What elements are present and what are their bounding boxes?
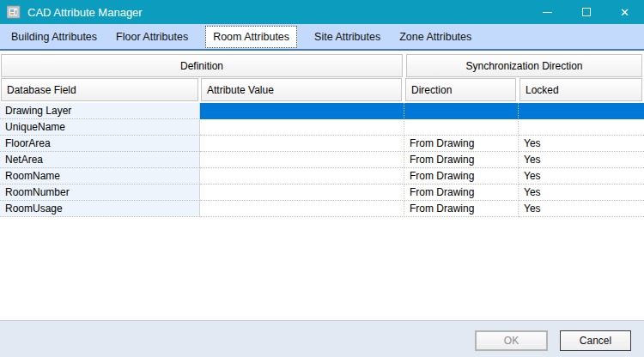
column-header-direction[interactable]: Direction xyxy=(405,78,516,101)
cell-attribute-value[interactable] xyxy=(200,136,404,152)
cell-direction[interactable]: From Drawing xyxy=(404,136,519,152)
cell-database-field[interactable]: NetArea xyxy=(0,152,200,168)
maximize-icon xyxy=(582,8,591,16)
column-header-database-field[interactable]: Database Field xyxy=(1,78,198,101)
cell-attribute-value[interactable] xyxy=(200,103,404,119)
window-title: CAD Attribute Manager xyxy=(27,6,143,19)
table-row-roomname: RoomName From Drawing Yes xyxy=(0,168,644,185)
cell-locked[interactable]: Yes xyxy=(519,201,644,217)
table-row-netarea: NetArea From Drawing Yes xyxy=(0,152,644,168)
column-header-attribute-value[interactable]: Attribute Value xyxy=(201,78,402,101)
cell-database-field[interactable]: UniqueName xyxy=(0,119,200,136)
cell-direction[interactable]: From Drawing xyxy=(404,152,519,168)
cell-locked[interactable]: Yes xyxy=(519,136,644,152)
cell-locked[interactable]: Yes xyxy=(519,185,644,201)
table-row-uniquename: UniqueName xyxy=(0,119,644,136)
cell-direction[interactable]: From Drawing xyxy=(404,201,519,217)
cell-locked[interactable]: Yes xyxy=(519,152,644,168)
cancel-button[interactable]: Cancel xyxy=(560,330,631,351)
tab-floor-attributes[interactable]: Floor Attributes xyxy=(106,27,197,46)
cell-attribute-value[interactable] xyxy=(200,152,404,168)
group-header-definition: Definition xyxy=(1,54,403,77)
cell-database-field[interactable]: RoomUsage xyxy=(0,201,200,217)
maximize-button[interactable] xyxy=(567,0,605,24)
cell-locked[interactable] xyxy=(519,119,644,136)
column-header-locked[interactable]: Locked xyxy=(519,78,642,101)
tab-strip: Building Attributes Floor Attributes Roo… xyxy=(0,24,644,51)
cell-database-field[interactable]: RoomName xyxy=(0,168,200,185)
cell-database-field[interactable]: FloorArea xyxy=(0,136,200,152)
minimize-icon xyxy=(543,12,552,13)
table-row-drawing-layer: Drawing Layer xyxy=(0,103,644,119)
tab-room-attributes[interactable]: Room Attributes xyxy=(205,26,297,48)
group-header-row: Definition Synchronization Direction xyxy=(0,54,644,77)
cell-attribute-value[interactable] xyxy=(200,201,404,217)
tab-building-attributes[interactable]: Building Attributes xyxy=(2,27,106,46)
minimize-button[interactable] xyxy=(528,0,567,24)
cell-direction[interactable] xyxy=(404,103,519,119)
app-icon[interactable] xyxy=(7,5,21,19)
ok-button[interactable]: OK xyxy=(475,330,548,351)
group-header-sync-direction: Synchronization Direction xyxy=(406,54,642,77)
window-controls: ✕ xyxy=(528,0,644,24)
cell-direction[interactable]: From Drawing xyxy=(404,168,519,185)
grid-rows: Drawing Layer UniqueName FloorArea From … xyxy=(0,103,644,217)
table-row-roomnumber: RoomNumber From Drawing Yes xyxy=(0,185,644,201)
dialog-footer: OK Cancel xyxy=(0,320,644,357)
cell-attribute-value[interactable] xyxy=(200,185,404,201)
cell-locked[interactable] xyxy=(519,103,644,119)
close-icon: ✕ xyxy=(620,7,629,18)
cell-database-field[interactable]: RoomNumber xyxy=(0,185,200,201)
table-row-floorarea: FloorArea From Drawing Yes xyxy=(0,136,644,152)
column-header-row: Database Field Attribute Value Direction… xyxy=(0,78,644,101)
close-button[interactable]: ✕ xyxy=(605,0,644,24)
tab-zone-attributes[interactable]: Zone Attributes xyxy=(390,27,481,46)
cell-attribute-value[interactable] xyxy=(200,119,404,136)
cell-database-field[interactable]: Drawing Layer xyxy=(0,103,200,119)
cell-locked[interactable]: Yes xyxy=(519,168,644,185)
attributes-grid: Definition Synchronization Direction Dat… xyxy=(0,51,644,320)
cell-direction[interactable]: From Drawing xyxy=(404,185,519,201)
table-row-roomusage: RoomUsage From Drawing Yes xyxy=(0,201,644,217)
titlebar: CAD Attribute Manager ✕ xyxy=(0,0,644,24)
cad-attribute-manager-dialog: CAD Attribute Manager ✕ Building Attribu… xyxy=(0,0,644,357)
cell-direction[interactable] xyxy=(404,119,519,136)
cell-attribute-value[interactable] xyxy=(200,168,404,185)
tab-site-attributes[interactable]: Site Attributes xyxy=(305,27,390,46)
